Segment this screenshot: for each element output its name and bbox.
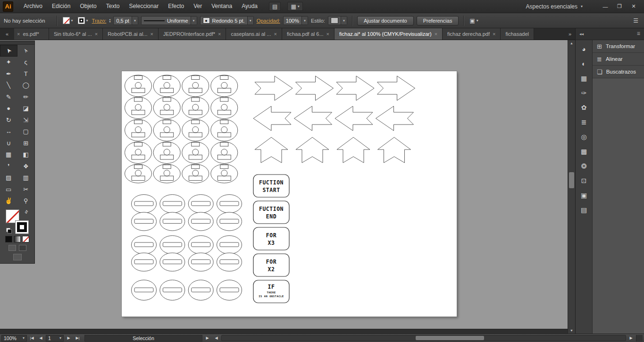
shape-builder-tool[interactable]: ∪ — [0, 137, 17, 149]
workspace-switcher[interactable]: Aspectos esenciales ▾ — [526, 3, 583, 10]
menu-texto[interactable]: Texto — [101, 0, 125, 13]
slice-tool[interactable]: ✂ — [17, 184, 35, 195]
stroke-color-swatch[interactable] — [15, 220, 29, 234]
arrange-documents-button[interactable]: ▦ ▾ — [287, 2, 302, 11]
connector-piece[interactable] — [211, 97, 238, 119]
document-tab[interactable]: RobotPCB.ai al...× — [103, 28, 159, 40]
label-piece[interactable]: FUCTIONSTART — [253, 175, 289, 197]
connector-piece[interactable] — [182, 75, 209, 97]
label-piece[interactable]: IFTHEREIS AN OBSTACLE — [253, 280, 289, 303]
up-arrow-shape[interactable] — [378, 137, 411, 163]
connector-piece[interactable] — [211, 119, 238, 141]
scroll-up-icon[interactable]: ▲ — [568, 40, 575, 46]
blob-brush-tool[interactable]: ● — [0, 103, 17, 115]
pencil-tool[interactable]: ✏ — [17, 91, 35, 103]
menu-ventana[interactable]: Ventana — [207, 0, 237, 13]
slot-piece[interactable] — [160, 280, 185, 300]
connector-piece[interactable] — [182, 97, 209, 119]
connector-piece[interactable] — [125, 164, 152, 183]
slot-piece[interactable] — [188, 253, 213, 271]
appearance-panel-icon[interactable]: ❂ — [578, 161, 590, 171]
stroke-color-control[interactable]: ▾ — [77, 17, 89, 25]
direct-selection-tool[interactable]: ➢ — [17, 45, 35, 57]
horizontal-scrollbar-thumb[interactable] — [416, 336, 484, 340]
connector-piece[interactable] — [125, 75, 152, 97]
canvas-area[interactable]: FUCTIONSTARTFUCTIONENDFORX3FORX2IFTHEREI… — [0, 40, 568, 334]
connector-piece[interactable] — [125, 119, 152, 141]
vertical-scrollbar-thumb[interactable] — [569, 172, 574, 188]
tab-close-icon[interactable]: × — [435, 31, 437, 37]
horizontal-scrollbar[interactable] — [221, 335, 626, 341]
brush-definition-select[interactable]: ● Redondo 5 pt. ▾ — [200, 16, 254, 25]
slot-piece[interactable] — [188, 212, 213, 231]
opacity-panel-link[interactable]: Opacidad: — [257, 18, 280, 24]
connector-piece[interactable] — [182, 164, 209, 183]
tab-close-icon[interactable]: × — [151, 31, 153, 37]
slot-piece[interactable] — [132, 236, 157, 254]
gradient-button[interactable] — [14, 236, 21, 242]
slot-piece[interactable] — [217, 212, 242, 231]
artboard-tool[interactable]: ▭ — [0, 184, 17, 195]
artboard-number-select[interactable]: 1 ▾ — [46, 335, 64, 342]
minimize-button[interactable]: — — [599, 2, 612, 11]
right-arrow-shape[interactable] — [336, 76, 374, 100]
left-arrow-shape[interactable] — [376, 106, 414, 131]
lasso-tool[interactable]: ς — [17, 57, 35, 68]
document-tab[interactable]: fichasadel — [501, 28, 534, 40]
mesh-tool[interactable]: ▦ — [0, 149, 17, 161]
document-tab-active[interactable]: fichaz.ai* al 100% (CMYK/Previsualizar)× — [335, 28, 443, 40]
left-arrow-shape[interactable] — [294, 106, 332, 131]
document-tab[interactable]: JEDPROInterface.pdf*× — [159, 28, 226, 40]
hscroll-left-icon[interactable]: ◀ — [212, 336, 220, 340]
stroke-width-select[interactable]: 0,5 pt ▾ — [113, 16, 138, 25]
tab-scroll-left-icon[interactable]: « — [0, 28, 14, 40]
screen-mode-button[interactable] — [13, 254, 22, 260]
line-segment-tool[interactable]: ╲ — [0, 80, 17, 92]
transparency-panel-icon[interactable]: ▩ — [578, 146, 590, 156]
up-arrow-shape[interactable] — [337, 137, 370, 163]
right-arrow-shape[interactable] — [296, 76, 334, 100]
artboards-panel-icon[interactable]: ▤ — [578, 205, 590, 215]
connector-piece[interactable] — [211, 142, 238, 164]
draw-behind-mode-button[interactable] — [19, 245, 26, 251]
label-piece[interactable]: FORX2 — [253, 254, 289, 276]
gradient-tool[interactable]: ◧ — [17, 149, 35, 161]
stepper-down-icon[interactable]: ▾ — [109, 21, 110, 23]
control-panel-menu-icon[interactable]: ☰ — [633, 17, 638, 24]
draw-normal-mode-button[interactable] — [8, 245, 16, 251]
brushes-panel-icon[interactable]: ✑ — [578, 88, 590, 98]
slot-piece[interactable] — [132, 280, 157, 300]
restore-button[interactable]: ❐ — [613, 2, 626, 11]
default-fill-stroke-icon[interactable] — [6, 228, 12, 234]
scale-tool[interactable]: ⇲ — [17, 114, 35, 126]
close-button[interactable]: ✕ — [627, 2, 640, 11]
layers-panel-icon[interactable]: ▣ — [578, 190, 590, 200]
slot-piece[interactable] — [132, 253, 157, 271]
slot-piece[interactable] — [160, 253, 185, 271]
tab-close-icon[interactable]: × — [274, 31, 276, 37]
connector-piece[interactable] — [153, 119, 180, 141]
next-artboard-button[interactable]: ▶ — [65, 336, 73, 340]
document-tab[interactable]: fichaa.pdf al 6...× — [282, 28, 335, 40]
menu-efecto[interactable]: Efecto — [163, 0, 189, 13]
slot-piece[interactable] — [217, 253, 242, 271]
dock-menu-icon[interactable]: ☰ — [637, 32, 640, 36]
fit-document-button[interactable]: Ajustar documento — [357, 16, 414, 25]
width-tool[interactable]: ↔ — [0, 126, 17, 138]
perspective-grid-tool[interactable]: ⊞ — [17, 137, 35, 149]
label-piece[interactable]: FORX3 — [253, 227, 289, 250]
connector-piece[interactable] — [125, 142, 152, 164]
connector-piece[interactable] — [153, 97, 180, 119]
left-arrow-shape[interactable] — [253, 106, 291, 131]
document-tab[interactable]: fichaz derecha.pdf× — [443, 28, 501, 40]
slot-piece[interactable] — [188, 236, 213, 254]
opacity-select[interactable]: 100% ▾ — [283, 16, 308, 25]
preferences-button[interactable]: Preferencias — [417, 16, 459, 25]
right-arrow-shape[interactable] — [377, 76, 415, 100]
blend-tool[interactable]: ❖ — [17, 160, 35, 172]
free-transform-tool[interactable]: ▢ — [17, 126, 35, 138]
connector-piece[interactable] — [153, 142, 180, 164]
connector-piece[interactable] — [125, 97, 152, 119]
zoom-level-select[interactable]: 100% ▾ — [1, 335, 27, 342]
slot-piece[interactable] — [132, 195, 157, 213]
